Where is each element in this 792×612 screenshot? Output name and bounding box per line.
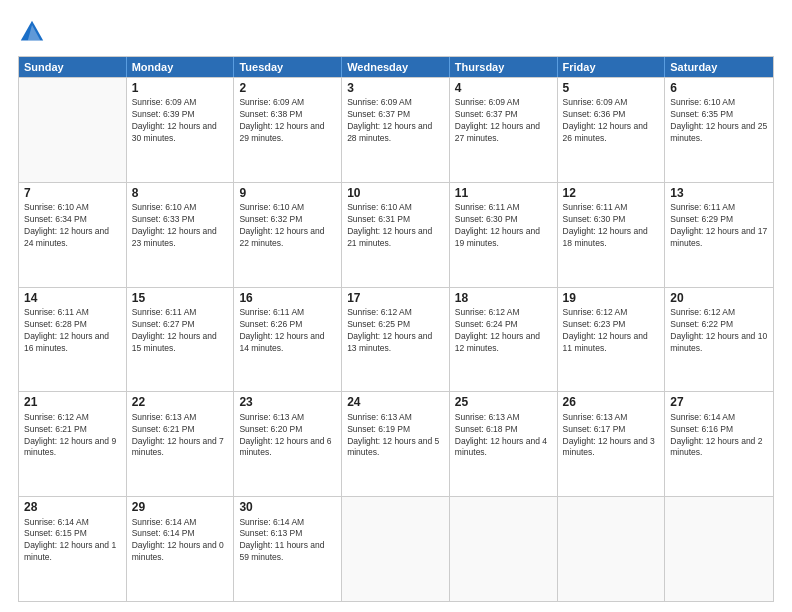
cal-cell: 2Sunrise: 6:09 AMSunset: 6:38 PMDaylight…	[234, 78, 342, 182]
cal-cell: 3Sunrise: 6:09 AMSunset: 6:37 PMDaylight…	[342, 78, 450, 182]
cal-cell: 21Sunrise: 6:12 AMSunset: 6:21 PMDayligh…	[19, 392, 127, 496]
day-number: 29	[132, 500, 229, 514]
week-row-1: 1Sunrise: 6:09 AMSunset: 6:39 PMDaylight…	[19, 77, 773, 182]
day-number: 5	[563, 81, 660, 95]
cal-cell: 28Sunrise: 6:14 AMSunset: 6:15 PMDayligh…	[19, 497, 127, 601]
day-detail: Sunrise: 6:10 AMSunset: 6:35 PMDaylight:…	[670, 97, 768, 145]
day-number: 12	[563, 186, 660, 200]
day-number: 21	[24, 395, 121, 409]
day-number: 30	[239, 500, 336, 514]
day-detail: Sunrise: 6:14 AMSunset: 6:14 PMDaylight:…	[132, 517, 229, 565]
day-number: 24	[347, 395, 444, 409]
day-number: 28	[24, 500, 121, 514]
cal-cell: 20Sunrise: 6:12 AMSunset: 6:22 PMDayligh…	[665, 288, 773, 392]
day-number: 26	[563, 395, 660, 409]
day-detail: Sunrise: 6:09 AMSunset: 6:39 PMDaylight:…	[132, 97, 229, 145]
day-detail: Sunrise: 6:13 AMSunset: 6:19 PMDaylight:…	[347, 412, 444, 460]
day-number: 11	[455, 186, 552, 200]
day-number: 1	[132, 81, 229, 95]
cal-cell: 15Sunrise: 6:11 AMSunset: 6:27 PMDayligh…	[127, 288, 235, 392]
header-day-wednesday: Wednesday	[342, 57, 450, 77]
day-detail: Sunrise: 6:09 AMSunset: 6:37 PMDaylight:…	[347, 97, 444, 145]
day-number: 9	[239, 186, 336, 200]
day-detail: Sunrise: 6:13 AMSunset: 6:21 PMDaylight:…	[132, 412, 229, 460]
day-number: 27	[670, 395, 768, 409]
cal-cell: 30Sunrise: 6:14 AMSunset: 6:13 PMDayligh…	[234, 497, 342, 601]
header-day-sunday: Sunday	[19, 57, 127, 77]
logo-icon	[18, 18, 46, 46]
header	[18, 18, 774, 46]
cal-cell: 27Sunrise: 6:14 AMSunset: 6:16 PMDayligh…	[665, 392, 773, 496]
day-detail: Sunrise: 6:11 AMSunset: 6:29 PMDaylight:…	[670, 202, 768, 250]
day-detail: Sunrise: 6:14 AMSunset: 6:16 PMDaylight:…	[670, 412, 768, 460]
cal-cell	[665, 497, 773, 601]
day-number: 3	[347, 81, 444, 95]
cal-cell: 11Sunrise: 6:11 AMSunset: 6:30 PMDayligh…	[450, 183, 558, 287]
day-number: 8	[132, 186, 229, 200]
cal-cell: 13Sunrise: 6:11 AMSunset: 6:29 PMDayligh…	[665, 183, 773, 287]
cal-cell: 22Sunrise: 6:13 AMSunset: 6:21 PMDayligh…	[127, 392, 235, 496]
cal-cell: 6Sunrise: 6:10 AMSunset: 6:35 PMDaylight…	[665, 78, 773, 182]
cal-cell: 14Sunrise: 6:11 AMSunset: 6:28 PMDayligh…	[19, 288, 127, 392]
day-number: 23	[239, 395, 336, 409]
day-detail: Sunrise: 6:10 AMSunset: 6:33 PMDaylight:…	[132, 202, 229, 250]
calendar: SundayMondayTuesdayWednesdayThursdayFrid…	[18, 56, 774, 602]
day-detail: Sunrise: 6:09 AMSunset: 6:36 PMDaylight:…	[563, 97, 660, 145]
day-number: 22	[132, 395, 229, 409]
day-number: 16	[239, 291, 336, 305]
day-detail: Sunrise: 6:10 AMSunset: 6:34 PMDaylight:…	[24, 202, 121, 250]
header-day-monday: Monday	[127, 57, 235, 77]
day-detail: Sunrise: 6:13 AMSunset: 6:17 PMDaylight:…	[563, 412, 660, 460]
header-day-saturday: Saturday	[665, 57, 773, 77]
cal-cell	[450, 497, 558, 601]
cal-cell: 4Sunrise: 6:09 AMSunset: 6:37 PMDaylight…	[450, 78, 558, 182]
day-number: 10	[347, 186, 444, 200]
day-number: 15	[132, 291, 229, 305]
day-number: 2	[239, 81, 336, 95]
header-day-tuesday: Tuesday	[234, 57, 342, 77]
cal-cell: 25Sunrise: 6:13 AMSunset: 6:18 PMDayligh…	[450, 392, 558, 496]
cal-cell: 8Sunrise: 6:10 AMSunset: 6:33 PMDaylight…	[127, 183, 235, 287]
day-number: 17	[347, 291, 444, 305]
day-number: 6	[670, 81, 768, 95]
day-number: 7	[24, 186, 121, 200]
week-row-2: 7Sunrise: 6:10 AMSunset: 6:34 PMDaylight…	[19, 182, 773, 287]
day-detail: Sunrise: 6:11 AMSunset: 6:30 PMDaylight:…	[563, 202, 660, 250]
header-day-thursday: Thursday	[450, 57, 558, 77]
day-detail: Sunrise: 6:11 AMSunset: 6:30 PMDaylight:…	[455, 202, 552, 250]
day-detail: Sunrise: 6:13 AMSunset: 6:18 PMDaylight:…	[455, 412, 552, 460]
week-row-5: 28Sunrise: 6:14 AMSunset: 6:15 PMDayligh…	[19, 496, 773, 601]
day-detail: Sunrise: 6:12 AMSunset: 6:22 PMDaylight:…	[670, 307, 768, 355]
cal-cell	[342, 497, 450, 601]
day-number: 19	[563, 291, 660, 305]
day-detail: Sunrise: 6:11 AMSunset: 6:27 PMDaylight:…	[132, 307, 229, 355]
day-detail: Sunrise: 6:11 AMSunset: 6:28 PMDaylight:…	[24, 307, 121, 355]
cal-cell: 19Sunrise: 6:12 AMSunset: 6:23 PMDayligh…	[558, 288, 666, 392]
cal-cell: 7Sunrise: 6:10 AMSunset: 6:34 PMDaylight…	[19, 183, 127, 287]
day-number: 14	[24, 291, 121, 305]
cal-cell: 10Sunrise: 6:10 AMSunset: 6:31 PMDayligh…	[342, 183, 450, 287]
cal-cell: 24Sunrise: 6:13 AMSunset: 6:19 PMDayligh…	[342, 392, 450, 496]
logo	[18, 18, 48, 46]
day-detail: Sunrise: 6:10 AMSunset: 6:31 PMDaylight:…	[347, 202, 444, 250]
cal-cell: 17Sunrise: 6:12 AMSunset: 6:25 PMDayligh…	[342, 288, 450, 392]
cal-cell: 29Sunrise: 6:14 AMSunset: 6:14 PMDayligh…	[127, 497, 235, 601]
cal-cell: 9Sunrise: 6:10 AMSunset: 6:32 PMDaylight…	[234, 183, 342, 287]
day-number: 25	[455, 395, 552, 409]
day-detail: Sunrise: 6:10 AMSunset: 6:32 PMDaylight:…	[239, 202, 336, 250]
week-row-3: 14Sunrise: 6:11 AMSunset: 6:28 PMDayligh…	[19, 287, 773, 392]
cal-cell: 12Sunrise: 6:11 AMSunset: 6:30 PMDayligh…	[558, 183, 666, 287]
day-detail: Sunrise: 6:11 AMSunset: 6:26 PMDaylight:…	[239, 307, 336, 355]
cal-cell: 5Sunrise: 6:09 AMSunset: 6:36 PMDaylight…	[558, 78, 666, 182]
day-number: 20	[670, 291, 768, 305]
day-number: 13	[670, 186, 768, 200]
day-detail: Sunrise: 6:12 AMSunset: 6:25 PMDaylight:…	[347, 307, 444, 355]
day-detail: Sunrise: 6:14 AMSunset: 6:13 PMDaylight:…	[239, 517, 336, 565]
header-day-friday: Friday	[558, 57, 666, 77]
day-number: 4	[455, 81, 552, 95]
cal-cell: 23Sunrise: 6:13 AMSunset: 6:20 PMDayligh…	[234, 392, 342, 496]
cal-cell: 18Sunrise: 6:12 AMSunset: 6:24 PMDayligh…	[450, 288, 558, 392]
day-detail: Sunrise: 6:14 AMSunset: 6:15 PMDaylight:…	[24, 517, 121, 565]
week-row-4: 21Sunrise: 6:12 AMSunset: 6:21 PMDayligh…	[19, 391, 773, 496]
day-detail: Sunrise: 6:12 AMSunset: 6:23 PMDaylight:…	[563, 307, 660, 355]
